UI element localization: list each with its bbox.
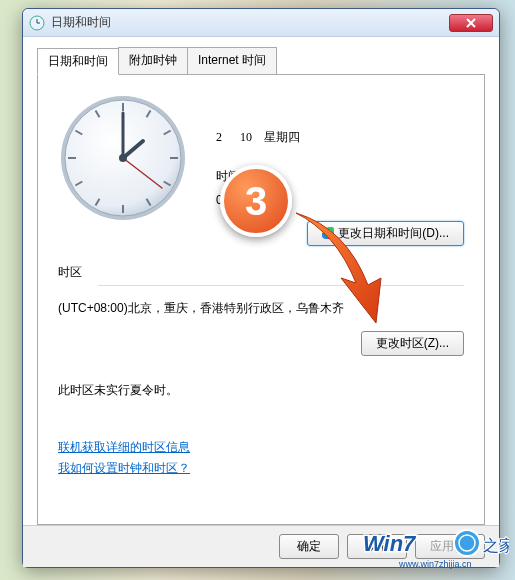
- timezone-section-label: 时区: [58, 264, 464, 281]
- clock-icon: [29, 15, 45, 31]
- step-number: 3: [245, 179, 267, 224]
- ok-button[interactable]: 确定: [279, 534, 339, 559]
- tab-additional-clocks[interactable]: 附加时钟: [118, 47, 188, 74]
- dialog-body: 日期和时间 附加时钟 Internet 时间 3: [23, 37, 499, 525]
- date-text: 2 10 星期四: [216, 129, 464, 146]
- howto-clock-link[interactable]: 我如何设置时钟和时区？: [58, 460, 464, 477]
- timezone-value: (UTC+08:00)北京，重庆，香港特别行政区，乌鲁木齐: [58, 300, 464, 317]
- change-timezone-button[interactable]: 更改时区(Z)...: [361, 331, 464, 356]
- close-button[interactable]: [449, 14, 493, 32]
- datetime-dialog: 日期和时间 日期和时间 附加时钟 Internet 时间 3: [22, 8, 500, 568]
- dst-text: 此时区未实行夏令时。: [58, 382, 464, 399]
- cancel-button[interactable]: 取消: [347, 534, 407, 559]
- change-datetime-button[interactable]: 更改日期和时间(D)...: [307, 221, 464, 246]
- svg-point-19: [119, 154, 127, 162]
- analog-clock: [58, 93, 188, 223]
- dialog-footer: 确定 取消 应用(A): [23, 525, 499, 567]
- tab-internet-time[interactable]: Internet 时间: [187, 47, 277, 74]
- apply-button[interactable]: 应用(A): [415, 534, 485, 559]
- step-badge: 3: [220, 165, 292, 237]
- window-title: 日期和时间: [51, 14, 449, 31]
- tab-panel-datetime: 3: [37, 75, 485, 525]
- uac-shield-icon: [322, 227, 334, 239]
- tab-strip: 日期和时间 附加时钟 Internet 时间: [37, 47, 485, 75]
- tab-datetime[interactable]: 日期和时间: [37, 48, 119, 75]
- titlebar[interactable]: 日期和时间: [23, 9, 499, 37]
- help-links: 联机获取详细的时区信息 我如何设置时钟和时区？: [58, 439, 464, 477]
- online-tz-info-link[interactable]: 联机获取详细的时区信息: [58, 439, 464, 456]
